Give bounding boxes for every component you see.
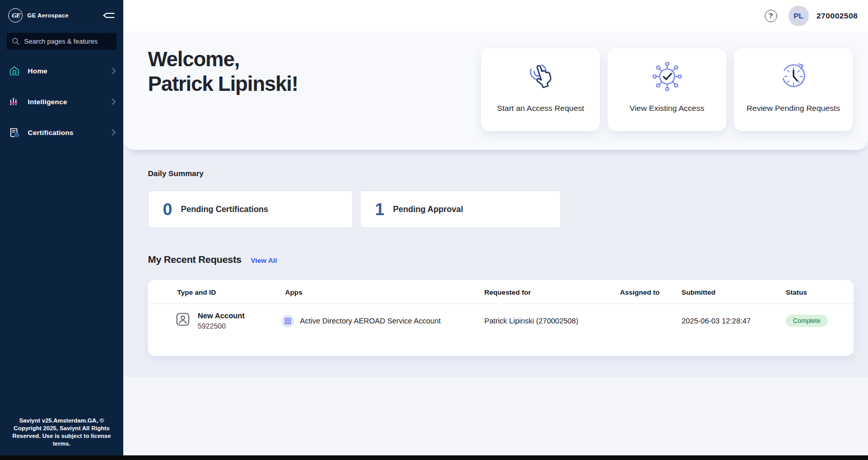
clock-refresh-icon (777, 59, 810, 94)
help-icon[interactable]: ? (765, 10, 777, 22)
app-root: GE GE Aerospace (0, 0, 868, 460)
sidebar-item-home[interactable]: Home (0, 63, 123, 79)
sidebar-item-intelligence[interactable]: Intelligence (0, 94, 123, 109)
sidebar-item-certifications[interactable]: Certifications (0, 125, 123, 140)
card-label: View Existing Access (630, 104, 704, 113)
sidebar-item-label: Intelligence (28, 98, 67, 106)
avatar[interactable]: PL (788, 6, 809, 26)
intelligence-chart-icon (9, 96, 20, 107)
card-label: Start an Access Request (497, 104, 584, 113)
ge-logo-icon: GE (8, 8, 23, 23)
stat-value: 0 (163, 200, 172, 219)
chevron-right-icon (111, 67, 116, 74)
home-icon (9, 65, 20, 76)
stat-label: Pending Certifications (181, 205, 268, 214)
collapse-sidebar-button[interactable] (103, 10, 115, 21)
certifications-doc-icon (9, 127, 20, 138)
review-pending-requests-card[interactable]: Review Pending Requests (734, 48, 853, 131)
lower-background-band (123, 377, 868, 460)
welcome-line1: Welcome, (148, 47, 298, 71)
bottom-edge-bar (0, 455, 868, 460)
stat-label: Pending Approval (393, 205, 463, 214)
column-header-status: Status (786, 289, 841, 296)
submitted-cell: 2025-06-03 12:28:47 (682, 317, 786, 325)
status-cell: Complete (786, 315, 841, 327)
network-check-icon (651, 59, 684, 94)
column-header-type-and-id: Type and ID (177, 289, 285, 296)
daily-summary-title: Daily Summary (148, 169, 203, 178)
type-and-id-cell: New Account 5922500 (175, 312, 285, 330)
quick-action-cards: Start an Access Request (481, 48, 853, 131)
start-access-request-card[interactable]: Start an Access Request (481, 48, 600, 131)
brand-name: GE Aerospace (27, 12, 69, 18)
recent-requests-header: My Recent Requests View All (148, 254, 277, 265)
type-text: New Account 5922500 (198, 312, 244, 330)
sidebar-nav: Home Intelligence (0, 63, 123, 156)
click-hand-icon (525, 59, 557, 94)
user-id: 270002508 (817, 11, 858, 21)
column-header-assigned-to: Assigned to (620, 289, 682, 296)
recent-requests-title: My Recent Requests (148, 254, 241, 265)
chevron-right-icon (111, 98, 116, 105)
sidebar-footer-copyright: Saviynt v25.Amsterdam.GA, © Copyright 20… (0, 417, 123, 460)
welcome-heading: Welcome, Patrick Lipinski! (148, 47, 298, 96)
column-header-submitted: Submitted (682, 289, 786, 296)
table-header-row: Type and ID Apps Requested for Assigned … (148, 280, 854, 296)
search-icon (12, 37, 20, 45)
sidebar-item-label: Home (28, 67, 47, 75)
active-directory-app-icon (281, 315, 294, 328)
main-area: ? PL 270002508 Welcome, Patrick Lipinski… (123, 0, 868, 460)
header-right-group: ? PL 270002508 (765, 0, 858, 31)
welcome-line2: Patrick Lipinski! (148, 71, 298, 96)
column-header-requested-for: Requested for (484, 289, 620, 296)
collapse-arrow-icon (103, 10, 115, 21)
pending-approval-card[interactable]: 1 Pending Approval (360, 190, 561, 228)
apps-cell: Active Directory AEROAD Service Account (281, 315, 484, 328)
hero-banner: Welcome, Patrick Lipinski! Start an Acce… (123, 31, 868, 150)
pending-certifications-card[interactable]: 0 Pending Certifications (148, 190, 353, 228)
status-badge: Complete (786, 315, 828, 327)
top-header-bar: ? PL 270002508 (123, 0, 868, 31)
requested-for-cell: Patrick Lipinski (270002508) (484, 317, 620, 325)
view-existing-access-card[interactable]: View Existing Access (608, 48, 726, 131)
search-input[interactable] (24, 37, 111, 45)
brand-row: GE GE Aerospace (0, 0, 123, 23)
recent-requests-table: Type and ID Apps Requested for Assigned … (148, 280, 854, 356)
request-type: New Account (198, 312, 244, 320)
request-id: 5922500 (198, 322, 244, 330)
account-person-icon (175, 312, 191, 327)
daily-summary-stats: 0 Pending Certifications 1 Pending Appro… (148, 190, 561, 228)
app-name: Active Directory AEROAD Service Account (300, 317, 441, 325)
chevron-right-icon (111, 129, 116, 136)
sidebar-item-label: Certifications (28, 129, 73, 137)
table-row[interactable]: New Account 5922500 Active Directory AER… (148, 304, 854, 330)
card-label: Review Pending Requests (747, 104, 840, 113)
column-header-apps: Apps (285, 289, 484, 296)
sidebar: GE GE Aerospace (0, 0, 123, 460)
sidebar-search[interactable] (7, 33, 117, 50)
stat-value: 1 (375, 200, 384, 219)
view-all-link[interactable]: View All (251, 257, 277, 264)
